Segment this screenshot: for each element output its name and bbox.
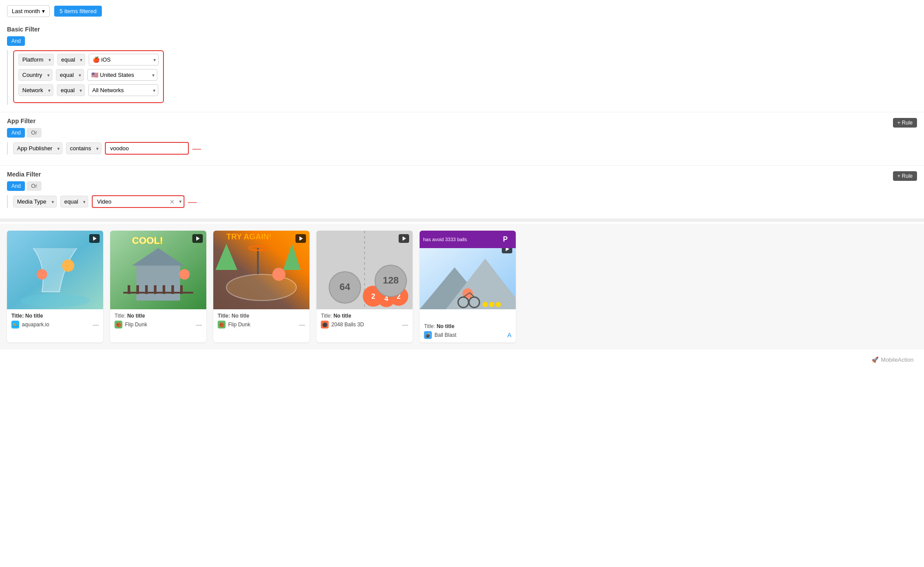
platform-field-wrapper[interactable]: Platform — [18, 54, 54, 66]
svg-point-51 — [489, 302, 494, 307]
platform-value-select[interactable]: 🍎 iOS Android — [89, 54, 159, 66]
media-card-4[interactable]: has avoid 3333 balls P — [420, 231, 516, 342]
media-grid: Title: No title 🏊 aquapark.io — — [0, 224, 924, 349]
app-pub-op-select[interactable]: contains — [66, 142, 101, 154]
media-arrow-3: — — [402, 321, 408, 328]
app-rule-button[interactable]: + Rule — [893, 118, 917, 128]
basic-filter-section: Basic Filter And Platform equal — [0, 22, 924, 110]
country-field-select[interactable]: Country — [18, 69, 52, 81]
media-thumb-4 — [420, 241, 516, 320]
p-badge: P — [498, 232, 512, 246]
country-value-wrapper[interactable]: 🇺🇸 United States — [87, 69, 157, 81]
app-pub-field-select[interactable]: App Publisher — [13, 142, 63, 154]
network-value-wrapper[interactable]: All Networks — [88, 84, 158, 96]
media-title-4: Title: No title — [424, 323, 511, 329]
media-card-2[interactable]: TRY AGAIN! Title: No title 🏀 Flip Dunk — — [213, 231, 309, 342]
media-or-button[interactable]: Or — [27, 181, 41, 191]
video-badge-2 — [295, 234, 306, 243]
overlay-bar: has avoid 3333 balls P — [420, 231, 516, 248]
network-op-wrapper[interactable]: equal — [57, 84, 85, 96]
media-info-1: Title: No title 🏀 Flip Dunk — — [110, 309, 206, 332]
network-field-select[interactable]: Network — [18, 84, 53, 96]
media-type-value-wrapper: ✕ ▾ — [92, 195, 184, 208]
country-op-select[interactable]: equal — [56, 69, 84, 81]
media-rule-button[interactable]: + Rule — [893, 171, 917, 181]
media-info-2: Title: No title 🏀 Flip Dunk — — [213, 309, 309, 332]
svg-text:64: 64 — [340, 281, 351, 292]
media-arrow-1: — — [196, 321, 202, 328]
country-value-select[interactable]: 🇺🇸 United States — [87, 69, 157, 81]
app-and-button[interactable]: And — [7, 128, 25, 138]
basic-filter-rows: Platform equal 🍎 iOS Android — [7, 50, 917, 105]
app-icon-3: ⚫ — [321, 321, 329, 328]
media-info-4: Title: No title 💣 Ball Blast A — [420, 320, 516, 342]
title-label-0: Title: — [11, 313, 25, 319]
thumb-svg-2: TRY AGAIN! — [213, 231, 309, 309]
platform-field-select[interactable]: Platform — [18, 54, 54, 66]
last-month-button[interactable]: Last month ▾ — [7, 5, 50, 17]
media-type-clear-icon[interactable]: ✕ — [170, 198, 175, 205]
platform-value-wrapper[interactable]: 🍎 iOS Android — [89, 54, 159, 66]
media-title-0: Title: No title — [11, 313, 99, 319]
app-publisher-row: App Publisher contains — — [13, 142, 917, 155]
media-title-3: Title: No title — [321, 313, 408, 319]
media-type-op-select[interactable]: equal — [60, 196, 88, 207]
media-info-0: Title: No title 🏊 aquapark.io — — [7, 309, 103, 332]
app-pub-field-wrapper[interactable]: App Publisher — [13, 142, 63, 154]
country-op-wrapper[interactable]: equal — [56, 69, 84, 81]
svg-marker-41 — [403, 236, 406, 241]
network-field-wrapper[interactable]: Network — [18, 84, 53, 96]
media-thumb-3: 64 2 4 2 128 — [316, 231, 413, 309]
app-name-4: Ball Blast — [434, 332, 456, 338]
thumb-svg-3: 64 2 4 2 128 — [316, 231, 413, 309]
network-value-select[interactable]: All Networks — [88, 84, 158, 96]
title-value-3: No title — [333, 313, 351, 319]
media-card-1[interactable]: COOL! Title: No title 🏀 Flip Dunk — — [110, 231, 206, 342]
media-thumb-0 — [7, 231, 103, 309]
media-title-1: Title: No title — [115, 313, 202, 319]
media-app-1: 🏀 Flip Dunk — — [115, 321, 202, 328]
basic-and-button[interactable]: And — [7, 36, 25, 46]
network-op-select[interactable]: equal — [57, 84, 85, 96]
thumb-svg-4 — [420, 241, 516, 309]
media-type-field-select[interactable]: Media Type — [13, 196, 57, 207]
media-app-4: 💣 Ball Blast A — [424, 331, 511, 339]
app-pub-value-input[interactable] — [105, 142, 189, 155]
svg-text:128: 128 — [383, 275, 399, 286]
svg-text:COOL!: COOL! — [132, 235, 163, 246]
app-pub-op-wrapper[interactable]: contains — [66, 142, 101, 154]
media-type-dropdown-icon[interactable]: ▾ — [179, 199, 182, 204]
media-type-field-wrapper[interactable]: Media Type — [13, 196, 57, 207]
app-name-1: Flip Dunk — [125, 322, 147, 328]
media-type-op-wrapper[interactable]: equal — [60, 196, 88, 207]
media-filter-right-actions: + Rule — [893, 171, 917, 181]
media-type-row: Media Type equal ✕ ▾ — — [13, 195, 917, 208]
svg-point-2 — [62, 259, 74, 272]
top-bar: Last month ▾ 5 items filtered — [0, 0, 924, 22]
media-app-0: 🏊 aquapark.io — — [11, 321, 99, 328]
thumb-svg-0 — [7, 231, 103, 309]
platform-op-wrapper[interactable]: equal — [57, 54, 85, 66]
country-field-wrapper[interactable]: Country — [18, 69, 52, 81]
app-filter-header: App Filter + Rule — [7, 118, 917, 128]
dropdown-arrow-icon: ▾ — [42, 8, 45, 14]
media-card-3[interactable]: 64 2 4 2 128 Title: No title ⚫ — [316, 231, 413, 342]
title-value-2: No title — [232, 313, 250, 319]
app-filter-right-actions: + Rule — [893, 118, 917, 128]
app-or-button[interactable]: Or — [27, 128, 41, 138]
app-icon-2: 🏀 — [218, 321, 226, 328]
basic-filter-logic: And — [7, 36, 917, 46]
media-and-button[interactable]: And — [7, 181, 25, 191]
svg-point-1 — [20, 294, 90, 307]
platform-op-select[interactable]: equal — [57, 54, 85, 66]
svg-rect-14 — [163, 285, 165, 294]
title-value-1: No title — [127, 313, 145, 319]
video-badge-0 — [89, 234, 100, 243]
brand-name: MobileAction — [881, 356, 914, 363]
media-type-remove-button[interactable]: — — [188, 197, 197, 206]
filtered-button[interactable]: 5 items filtered — [54, 6, 102, 17]
svg-point-21 — [226, 274, 296, 301]
app-pub-remove-button[interactable]: — — [192, 144, 201, 153]
media-card-0[interactable]: Title: No title 🏊 aquapark.io — — [7, 231, 103, 342]
title-value-0: No title — [25, 313, 43, 319]
